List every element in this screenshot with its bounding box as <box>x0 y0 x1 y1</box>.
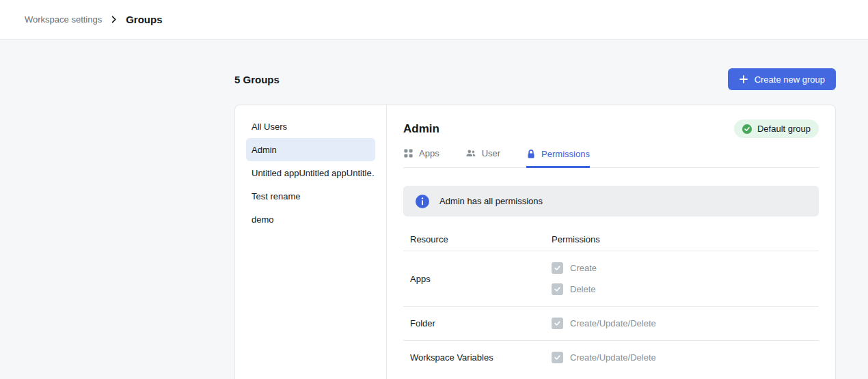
check-circle-icon <box>742 124 752 134</box>
default-group-badge-label: Default group <box>757 124 811 134</box>
tab-user[interactable]: User <box>465 148 500 167</box>
group-list-item-test-rename[interactable]: Test rename <box>246 184 375 208</box>
info-icon <box>416 195 429 208</box>
group-title: Admin <box>403 122 439 136</box>
groups-page: 5 Groups Create new group All Users Admi… <box>0 40 868 379</box>
permission-label: Delete <box>570 284 596 294</box>
group-detail-tabs: Apps User Permissions <box>403 148 819 168</box>
permission-create: Create <box>552 262 819 274</box>
breadcrumb-groups: Groups <box>126 14 162 25</box>
tab-apps[interactable]: Apps <box>403 148 439 167</box>
group-list-item-all-users[interactable]: All Users <box>246 115 375 138</box>
group-list-sidebar: All Users Admin Untitled appUntitled app… <box>235 105 387 379</box>
create-new-group-button[interactable]: Create new group <box>728 68 836 90</box>
resource-label: Apps <box>403 274 552 284</box>
default-group-badge: Default group <box>734 120 819 138</box>
lock-icon <box>526 149 536 159</box>
delete-checkbox[interactable] <box>552 283 563 295</box>
resource-label: Workspace Variables <box>403 352 552 363</box>
page-head: 5 Groups Create new group <box>234 68 836 90</box>
create-new-group-label: Create new group <box>755 74 825 85</box>
group-detail-panel: Admin Default group Apps <box>387 105 835 379</box>
tab-apps-label: Apps <box>419 148 439 158</box>
breadcrumb: Workspace settings Groups <box>25 14 163 25</box>
permission-workspace-variables-cud: Create/Update/Delete <box>552 352 819 363</box>
plus-icon <box>739 74 748 84</box>
column-header-resource: Resource <box>403 234 552 244</box>
table-row-folder: Folder Create/Update/Delete <box>403 307 819 341</box>
groups-count-label: 5 Groups <box>234 74 280 85</box>
resource-label: Folder <box>403 318 552 328</box>
permission-delete: Delete <box>552 283 819 295</box>
permissions-table-header: Resource Permissions <box>403 226 819 251</box>
permission-folder-cud: Create/Update/Delete <box>552 318 819 329</box>
table-row-apps: Apps Create <box>403 251 819 307</box>
group-list-item-untitled-app[interactable]: Untitled appUntitled appUntitle… <box>246 161 375 184</box>
table-row-workspace-variables: Workspace Variables Create/Update/Delete <box>403 341 819 374</box>
permission-label: Create/Update/Delete <box>570 352 656 363</box>
top-header: Workspace settings Groups <box>0 0 868 40</box>
workspace-variables-cud-checkbox[interactable] <box>552 352 563 363</box>
banner-text: Admin has all permissions <box>439 196 543 206</box>
breadcrumb-workspace-settings[interactable]: Workspace settings <box>25 14 102 25</box>
group-list-item-demo[interactable]: demo <box>246 208 375 231</box>
group-list-item-admin[interactable]: Admin <box>246 138 375 161</box>
tab-permissions[interactable]: Permissions <box>526 148 590 168</box>
permissions-table: Resource Permissions Apps Create <box>403 226 819 374</box>
chevron-right-icon <box>109 14 119 25</box>
group-detail-header: Admin Default group <box>403 120 819 138</box>
apps-grid-icon <box>403 148 413 158</box>
permission-label: Create/Update/Delete <box>570 318 656 328</box>
folder-cud-checkbox[interactable] <box>552 318 563 329</box>
users-icon <box>465 148 476 158</box>
permissions-info-banner: Admin has all permissions <box>403 186 819 216</box>
column-header-permissions: Permissions <box>552 234 819 244</box>
groups-card: All Users Admin Untitled appUntitled app… <box>234 104 836 379</box>
permission-label: Create <box>570 263 597 273</box>
create-checkbox[interactable] <box>552 262 563 274</box>
tab-user-label: User <box>482 148 500 158</box>
tab-permissions-label: Permissions <box>541 149 590 159</box>
